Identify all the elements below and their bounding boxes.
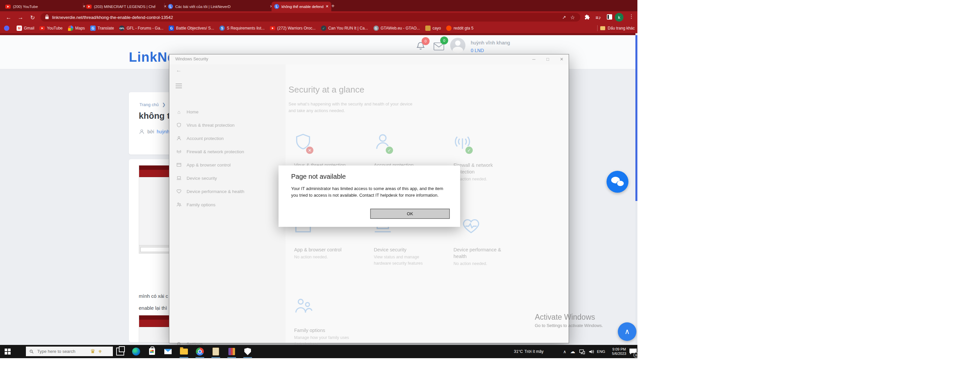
extensions-puzzle-icon[interactable] bbox=[584, 14, 590, 21]
network-signal-icon bbox=[176, 149, 182, 154]
browser-menu-icon[interactable]: ⋮ bbox=[629, 13, 635, 19]
bookmark-translate[interactable]: G Translate bbox=[90, 25, 114, 31]
bookmark-maps[interactable]: Maps bbox=[68, 25, 85, 31]
tab-title: (200) YouTube bbox=[13, 5, 80, 9]
notification-badge: 6 bbox=[633, 352, 637, 358]
browser-toolbar: ← → ↻ linkneverdie.net/thread/khong-the-… bbox=[0, 11, 637, 23]
bookmark-battle-objectives[interactable]: G Battle Objectives/ S... bbox=[169, 25, 214, 31]
tab-title: không thể enable defend contro bbox=[282, 5, 323, 9]
file-explorer-taskbar-icon[interactable] bbox=[178, 346, 189, 357]
post-text-line: enable lại thì bbox=[139, 305, 167, 311]
tray-chevron-icon[interactable]: ∧ bbox=[560, 345, 569, 358]
bookmark-gmail[interactable]: M Gmail bbox=[17, 25, 34, 31]
edge-taskbar-icon[interactable] bbox=[131, 346, 142, 357]
user-name[interactable]: huỳnh vĩnh khang bbox=[471, 40, 510, 45]
bookmark-canyourun[interactable]: ✓ Can You RUN It | Ca... bbox=[321, 25, 368, 31]
weather-widget[interactable]: 31°C Trời ít mây bbox=[514, 345, 543, 358]
store-taskbar-icon[interactable] bbox=[147, 346, 158, 357]
winrar-taskbar-icon[interactable] bbox=[226, 346, 237, 357]
bookmark-cayo[interactable]: cayo bbox=[425, 25, 441, 31]
page-scrollbar[interactable] bbox=[635, 33, 637, 345]
tab-my-posts[interactable]: L Các bài viết của tôi | LinkNeverD ✕ bbox=[165, 2, 275, 11]
linkneverdie-favicon: L bbox=[168, 4, 173, 9]
lock-icon bbox=[45, 14, 49, 20]
nav-item-device-security[interactable]: Device security bbox=[169, 172, 285, 184]
other-bookmarks[interactable]: Dấu trang khác bbox=[597, 23, 635, 33]
thread-title: không t bbox=[139, 111, 170, 121]
bookmarks-bar: M Gmail YouTube Maps G Translate GFL GFL… bbox=[0, 23, 637, 33]
playlist-extension-icon[interactable]: ≡♪ bbox=[595, 14, 601, 20]
youtube-icon bbox=[270, 26, 275, 30]
active-app-indicator bbox=[228, 357, 236, 358]
windows-security-taskbar-icon[interactable] bbox=[242, 346, 253, 357]
bookmark-youtube[interactable]: YouTube bbox=[40, 26, 62, 30]
onedrive-cloud-icon[interactable]: ☁ bbox=[568, 345, 577, 358]
share-icon[interactable]: ↗ bbox=[560, 14, 568, 21]
document-taskbar-icon[interactable] bbox=[210, 346, 221, 357]
taskbar-search[interactable]: ♛ ⚜ bbox=[26, 347, 113, 356]
hamburger-menu-icon[interactable] bbox=[176, 82, 182, 90]
forward-button[interactable]: → bbox=[17, 14, 25, 22]
page-not-available-dialog: Page not available Your IT administrator… bbox=[278, 165, 460, 227]
scroll-to-top-button[interactable]: ∧ bbox=[618, 322, 636, 341]
nav-item-app-browser[interactable]: App & browser control bbox=[169, 159, 285, 171]
new-tab-button[interactable]: + bbox=[329, 2, 337, 10]
tab-youtube[interactable]: (200) YouTube ✕ bbox=[3, 2, 88, 11]
profile-avatar[interactable]: k bbox=[615, 13, 624, 22]
separator bbox=[597, 25, 598, 31]
ok-button[interactable]: OK bbox=[370, 209, 450, 219]
nav-item-home[interactable]: ⌂ Home bbox=[169, 106, 285, 118]
tab-minecraft[interactable]: (203) MINECRAFT LEGENDS | Chế ✕ bbox=[84, 2, 169, 11]
bookmark-gtaweb[interactable]: G GTAWeb.eu - GTAO... bbox=[374, 25, 420, 31]
nav-item-performance[interactable]: Device performance & health bbox=[169, 186, 285, 197]
mail-taskbar-icon[interactable] bbox=[163, 346, 173, 357]
nav-back-icon[interactable]: ← bbox=[176, 67, 181, 74]
laptop-icon bbox=[176, 175, 182, 181]
nav-item-firewall[interactable]: Firewall & network protection bbox=[169, 146, 285, 157]
nav-item-account[interactable]: Account protection bbox=[169, 132, 285, 144]
author-link[interactable]: huỳnh bbox=[157, 129, 169, 134]
dialog-body-line: Your IT administrator has limited access… bbox=[291, 186, 443, 191]
volume-icon[interactable] bbox=[587, 345, 595, 358]
close-button[interactable]: ✕ bbox=[555, 54, 569, 64]
site-logo[interactable]: LinkNe bbox=[129, 50, 175, 65]
bookmark-discord[interactable] bbox=[4, 25, 11, 31]
taskbar-clock[interactable]: 9:09 PM 5/6/2023 bbox=[608, 345, 630, 358]
bookmark-gfl[interactable]: GFL GFL - Forums - Ga... bbox=[119, 25, 163, 31]
tab-active-thread[interactable]: L không thể enable defend contro ✕ bbox=[272, 2, 331, 11]
address-bar[interactable]: linkneverdie.net/thread/khong-the-enable… bbox=[40, 13, 580, 22]
reload-button[interactable]: ↻ bbox=[29, 14, 37, 22]
bookmark-star-icon[interactable]: ☆ bbox=[568, 14, 577, 21]
nav-item-virus-threat[interactable]: Virus & threat protection bbox=[169, 119, 285, 131]
start-button[interactable] bbox=[5, 349, 11, 354]
tab-title: (203) MINECRAFT LEGENDS | Chế bbox=[94, 5, 161, 9]
reader-extension-icon[interactable] bbox=[607, 14, 612, 21]
breadcrumb-home[interactable]: Trang chủ bbox=[140, 102, 159, 107]
language-indicator[interactable]: ENG bbox=[597, 345, 605, 358]
bookmark-warriors[interactable]: (272) Warriors Oroc... bbox=[270, 26, 316, 30]
tab-title: Các bài viết của tôi | LinkNeverD bbox=[175, 5, 267, 9]
window-title: Windows Security bbox=[175, 57, 208, 61]
bookmark-requirements[interactable]: S S Requirements list... bbox=[220, 25, 264, 31]
bookmark-reddit[interactable]: reddit gta 5 bbox=[446, 25, 473, 31]
youtube-favicon bbox=[86, 5, 92, 9]
breadcrumb-chevron-icon: ❯ bbox=[162, 102, 165, 107]
action-center-button[interactable]: 6 bbox=[630, 345, 637, 358]
app-window-icon bbox=[176, 162, 182, 168]
scrollbar-thumb[interactable] bbox=[635, 35, 637, 201]
chrome-taskbar-icon[interactable] bbox=[194, 346, 205, 357]
search-input[interactable] bbox=[37, 349, 88, 354]
nav-item-family[interactable]: Family options bbox=[169, 198, 285, 211]
check-circle-icon: ✓ bbox=[321, 25, 326, 31]
back-button[interactable]: ← bbox=[5, 14, 13, 22]
minimize-button[interactable]: ─ bbox=[527, 54, 541, 64]
taskbar: ♛ ⚜ 31°C Trời ít mây ∧ ☁ ENG 9:09 PM bbox=[0, 345, 637, 358]
tab-close-icon[interactable]: ✕ bbox=[326, 4, 329, 9]
maximize-button[interactable]: □ bbox=[541, 54, 555, 64]
task-view-button[interactable] bbox=[115, 346, 126, 357]
tile-family-options[interactable]: Family options Manage how your family us… bbox=[289, 297, 364, 347]
user-credit[interactable]: 0 LND bbox=[471, 48, 484, 53]
chat-fab-button[interactable] bbox=[606, 171, 628, 193]
network-icon[interactable] bbox=[578, 345, 586, 358]
user-avatar[interactable] bbox=[450, 38, 465, 53]
